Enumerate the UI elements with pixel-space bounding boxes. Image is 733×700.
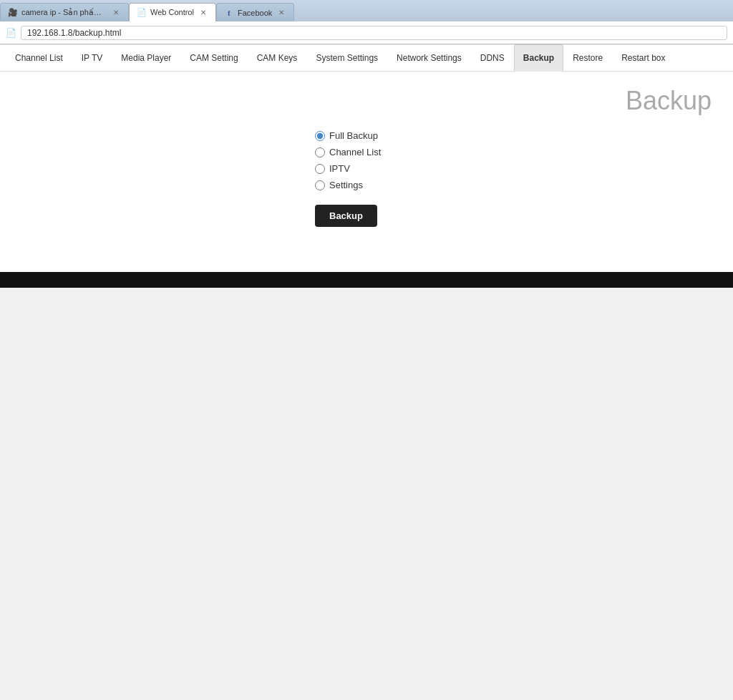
tab-webcontrol[interactable]: 📄 Web Control ✕ (129, 3, 216, 21)
main-content: Channel List IP TV Media Player CAM Sett… (0, 44, 733, 288)
browser-chrome: 🎥 camera ip - Sản phẩm ca... ✕ 📄 Web Con… (0, 0, 733, 44)
nav-tab-media-player[interactable]: Media Player (112, 44, 180, 72)
radio-input-channel-list[interactable] (315, 147, 325, 157)
radio-channel-list[interactable]: Channel List (315, 147, 381, 157)
page-title: Backup (14, 86, 719, 116)
tab-camera[interactable]: 🎥 camera ip - Sản phẩm ca... ✕ (0, 3, 129, 21)
nav-tab-channel-list[interactable]: Channel List (6, 44, 72, 72)
nav-tab-iptv[interactable]: IP TV (72, 44, 112, 72)
address-input[interactable] (21, 26, 727, 40)
address-bar-row: 📄 (0, 21, 733, 44)
nav-tabs: Channel List IP TV Media Player CAM Sett… (0, 44, 733, 72)
radio-input-iptv[interactable] (315, 164, 325, 174)
nav-tab-ddns[interactable]: DDNS (471, 44, 514, 72)
footer-bar (0, 272, 733, 288)
radio-full-backup[interactable]: Full Backup (315, 130, 381, 141)
nav-tab-system-settings[interactable]: System Settings (306, 44, 387, 72)
radio-group: Full Backup Channel List IPTV Settings (315, 130, 381, 190)
nav-tab-cam-setting[interactable]: CAM Setting (180, 44, 247, 72)
tab-camera-icon: 🎥 (8, 8, 18, 18)
tab-camera-close[interactable]: ✕ (111, 8, 121, 18)
tab-facebook-icon: f (224, 8, 234, 18)
nav-tab-backup[interactable]: Backup (514, 44, 563, 72)
tab-camera-label: camera ip - Sản phẩm ca... (21, 8, 107, 17)
radio-input-full-backup[interactable] (315, 131, 325, 141)
tab-facebook[interactable]: f Facebook ✕ (216, 3, 294, 21)
backup-form: Full Backup Channel List IPTV Settings (315, 130, 719, 227)
tab-webcontrol-close[interactable]: ✕ (198, 7, 208, 17)
page-icon: 📄 (6, 28, 16, 38)
tab-webcontrol-label: Web Control (150, 8, 194, 16)
backup-button[interactable]: Backup (315, 205, 377, 227)
nav-tab-cam-keys[interactable]: CAM Keys (248, 44, 307, 72)
tab-facebook-label: Facebook (238, 9, 272, 17)
radio-settings[interactable]: Settings (315, 180, 381, 190)
tab-webcontrol-icon: 📄 (137, 7, 147, 17)
nav-tab-network-settings[interactable]: Network Settings (387, 44, 471, 72)
radio-input-settings[interactable] (315, 180, 325, 190)
content-panel: Backup Full Backup Channel List IPTV (0, 72, 733, 272)
tab-bar: 🎥 camera ip - Sản phẩm ca... ✕ 📄 Web Con… (0, 0, 733, 21)
tab-facebook-close[interactable]: ✕ (276, 8, 286, 18)
radio-iptv[interactable]: IPTV (315, 163, 381, 174)
nav-tab-restore[interactable]: Restore (563, 44, 612, 72)
nav-tab-restart-box[interactable]: Restart box (612, 44, 674, 72)
